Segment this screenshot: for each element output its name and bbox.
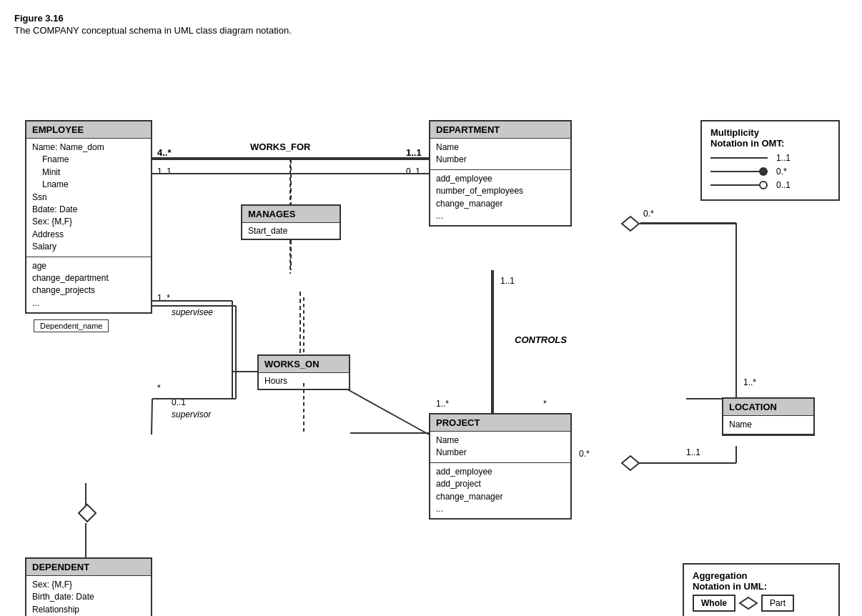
dept-project-top: 1..1 — [500, 276, 515, 286]
employee-methods: age change_department change_projects ..… — [26, 257, 151, 313]
works-on-header: WORKS_ON — [259, 356, 349, 373]
multiplicity-notation-box: Multiplicity Notation in OMT: 1..1 0.* — [700, 120, 840, 201]
project-location-diamond-icon — [620, 454, 640, 472]
part-box: Part — [761, 595, 794, 612]
department-class: DEPARTMENT Name Number add_employee numb… — [429, 120, 572, 227]
dependent-name-tag: Dependent_name — [34, 319, 109, 332]
page-container: Figure 3.16 The COMPANY conceptual schem… — [0, 0, 862, 616]
dependent-header: DEPENDENT — [26, 559, 151, 576]
manages-right-label: 0..1 — [406, 167, 420, 177]
supervises-bottom-label: 0..1 — [172, 397, 186, 407]
department-methods: add_employee number_of_employees change_… — [430, 170, 570, 226]
employee-header: EMPLOYEE — [26, 121, 151, 139]
svg-line-7 — [336, 383, 429, 434]
diagram-area: EMPLOYEE Name: Name_dom Fname Minit Lnam… — [14, 49, 847, 599]
open-dot-line — [710, 184, 768, 186]
manages-header: MANAGES — [242, 206, 340, 223]
dept-location-top: 0.* — [643, 209, 654, 219]
manages-body: Start_date — [242, 223, 340, 239]
dependent-attributes: Sex: {M,F} Birth_date: Date Relationship — [26, 576, 151, 616]
filled-dot — [759, 167, 768, 176]
controls-label: CONTROLS — [515, 334, 567, 345]
supervises-top-label: 1..* — [157, 293, 170, 303]
employee-attributes: Name: Name_dom Fname Minit Lname Ssn Bda… — [26, 139, 151, 257]
location-attributes: Name — [723, 416, 813, 434]
notation-title: Multiplicity Notation in OMT: — [710, 127, 830, 149]
figure-title: Figure 3.16 — [14, 13, 848, 24]
department-attributes: Name Number — [430, 139, 570, 170]
supervises-star-label: * — [157, 383, 161, 393]
supervisee-label: supervisee — [172, 307, 213, 317]
location-bottom: 1..1 — [686, 447, 700, 457]
project-location: 0.* — [579, 449, 590, 459]
employee-class: EMPLOYEE Name: Name_dom Fname Minit Lnam… — [25, 120, 152, 314]
dependent-diamond-icon — [77, 503, 97, 523]
svg-marker-17 — [740, 597, 757, 609]
aggregation-notation-box: Aggregation Notation in UML: Whole Part — [683, 563, 840, 616]
manages-class: MANAGES Start_date — [241, 204, 341, 240]
notation-row-0star: 0.* — [710, 167, 830, 177]
dependent-class: DEPENDENT Sex: {M,F} Birth_date: Date Re… — [25, 557, 152, 616]
project-class: PROJECT Name Number add_employee add_pro… — [429, 413, 572, 520]
location-header: LOCATION — [723, 399, 813, 416]
svg-line-8 — [152, 399, 152, 434]
manages-left-label: 1..1 — [157, 167, 172, 177]
svg-marker-20 — [79, 505, 96, 522]
whole-box: Whole — [693, 595, 735, 612]
project-methods: add_employee add_project change_manager … — [430, 463, 570, 519]
aggregation-title: Aggregation Notation in UML: — [693, 570, 830, 592]
works-on-body: Hours — [259, 373, 349, 389]
supervisor-label: supervisor — [172, 409, 211, 419]
filled-dot-line — [710, 171, 768, 172]
works-for-right-label: 1..1 — [406, 147, 422, 158]
open-dot — [759, 181, 768, 189]
dept-location-right: 1..* — [743, 377, 756, 387]
aggregation-diamond-icon — [738, 596, 758, 610]
works-for-label: WORKS_FOR — [250, 141, 311, 152]
svg-marker-18 — [622, 217, 639, 231]
dept-project-bottom: 1..* — [436, 399, 449, 409]
location-class: LOCATION Name — [722, 397, 815, 436]
dept-location-diamond-icon — [620, 215, 640, 232]
plain-line — [710, 157, 768, 159]
project-attributes: Name Number — [430, 432, 570, 463]
aggregation-row: Whole Part — [693, 595, 830, 612]
figure-caption: The COMPANY conceptual schema in UML cla… — [14, 25, 848, 36]
notation-row-01: 0..1 — [710, 180, 830, 190]
department-header: DEPARTMENT — [430, 121, 570, 139]
works-for-left-label: 4..* — [157, 147, 172, 158]
svg-marker-19 — [622, 456, 639, 470]
notation-row-11: 1..1 — [710, 153, 830, 163]
dept-project-star: * — [543, 399, 547, 409]
works-on-class: WORKS_ON Hours — [257, 354, 350, 390]
project-header: PROJECT — [430, 414, 570, 432]
